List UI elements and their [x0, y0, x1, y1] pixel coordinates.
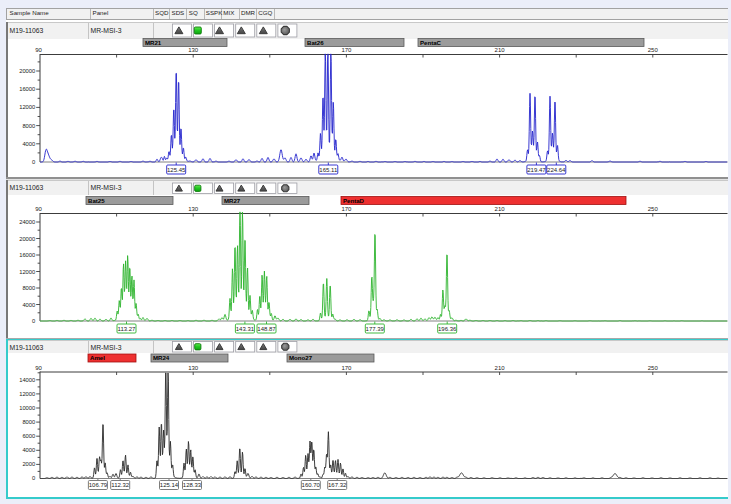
svg-text:113.27: 113.27: [118, 326, 137, 332]
svg-text:6000: 6000: [22, 433, 35, 439]
svg-text:PentaC: PentaC: [420, 39, 442, 46]
svg-text:210: 210: [495, 47, 506, 53]
svg-text:90: 90: [35, 206, 42, 212]
svg-text:250: 250: [648, 365, 659, 371]
svg-text:Bat26: Bat26: [307, 39, 324, 46]
svg-text:177.39: 177.39: [366, 326, 385, 332]
svg-text:MR24: MR24: [153, 354, 170, 361]
svg-text:PentaD: PentaD: [343, 197, 365, 204]
svg-text:170: 170: [341, 365, 352, 371]
svg-text:4000: 4000: [22, 447, 35, 453]
svg-text:125.45: 125.45: [167, 167, 186, 173]
svg-text:4000: 4000: [22, 141, 35, 147]
svg-text:2000: 2000: [22, 461, 35, 467]
svg-text:12000: 12000: [19, 391, 35, 397]
svg-text:90: 90: [35, 47, 42, 53]
svg-text:16000: 16000: [19, 252, 35, 258]
svg-text:8000: 8000: [22, 285, 35, 291]
svg-text:196.36: 196.36: [438, 326, 457, 332]
svg-text:8000: 8000: [22, 123, 35, 129]
svg-text:143.31: 143.31: [236, 326, 255, 332]
svg-text:Mono27: Mono27: [289, 354, 313, 361]
svg-text:224.64: 224.64: [547, 167, 566, 173]
svg-text:0: 0: [32, 318, 35, 324]
svg-text:250: 250: [648, 47, 659, 53]
svg-text:MR27: MR27: [224, 197, 241, 204]
svg-text:170: 170: [341, 206, 352, 212]
svg-text:148.87: 148.87: [257, 326, 276, 332]
svg-text:130: 130: [188, 206, 199, 212]
svg-text:90: 90: [35, 365, 42, 371]
svg-text:10000: 10000: [19, 405, 35, 411]
svg-text:Bat25: Bat25: [88, 197, 105, 204]
svg-text:0: 0: [32, 159, 35, 165]
svg-text:250: 250: [648, 206, 659, 212]
svg-text:0: 0: [32, 475, 35, 481]
svg-text:106.79: 106.79: [89, 482, 108, 488]
svg-text:219.47: 219.47: [527, 167, 546, 173]
svg-text:24000: 24000: [19, 219, 35, 225]
svg-text:12000: 12000: [19, 104, 35, 110]
svg-text:165.11: 165.11: [319, 167, 338, 173]
svg-text:14000: 14000: [19, 377, 35, 383]
svg-text:170: 170: [341, 47, 352, 53]
svg-text:130: 130: [188, 47, 199, 53]
svg-text:20000: 20000: [19, 236, 35, 242]
svg-text:128.33: 128.33: [183, 482, 202, 488]
svg-text:125.14: 125.14: [160, 482, 179, 488]
svg-text:8000: 8000: [22, 419, 35, 425]
svg-text:MR21: MR21: [145, 39, 162, 46]
svg-text:160.70: 160.70: [302, 482, 321, 488]
svg-text:112.32: 112.32: [111, 482, 130, 488]
svg-text:210: 210: [495, 365, 506, 371]
svg-text:Amel: Amel: [90, 354, 105, 361]
svg-text:20000: 20000: [19, 68, 35, 74]
svg-text:12000: 12000: [19, 269, 35, 275]
svg-text:130: 130: [188, 365, 199, 371]
svg-text:167.32: 167.32: [328, 482, 347, 488]
svg-text:16000: 16000: [19, 86, 35, 92]
svg-text:4000: 4000: [22, 302, 35, 308]
svg-text:210: 210: [495, 206, 506, 212]
